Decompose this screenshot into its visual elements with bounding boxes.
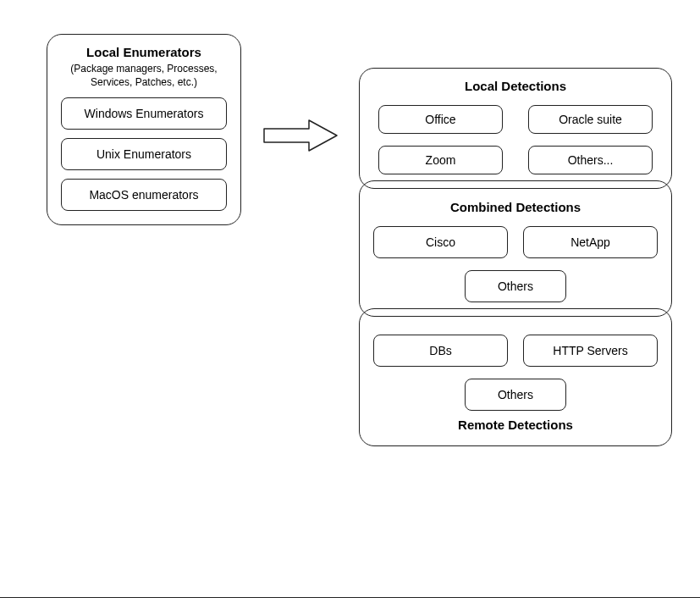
diagram-canvas: Local Enumerators (Package managers, Pro… xyxy=(0,0,700,603)
local-enumerators-subtitle: (Package managers, Processes, Services, … xyxy=(61,63,227,89)
local-enumerators-panel: Local Enumerators (Package managers, Pro… xyxy=(47,34,241,225)
remote-det-http-servers: HTTP Servers xyxy=(523,335,658,367)
combined-det-cisco: Cisco xyxy=(373,226,508,258)
combined-det-netapp: NetApp xyxy=(523,226,658,258)
arrow-icon xyxy=(262,119,339,152)
local-det-office: Office xyxy=(378,105,503,134)
combined-detections-title: Combined Detections xyxy=(373,200,658,214)
footer-rule xyxy=(0,597,700,598)
remote-detections-title: Remote Detections xyxy=(373,418,658,432)
local-det-zoom: Zoom xyxy=(378,146,503,174)
remote-detections-panel: DBs HTTP Servers Others Remote Detection… xyxy=(359,308,672,446)
combined-det-others: Others xyxy=(465,270,566,302)
local-det-oracle: Oracle suite xyxy=(528,105,653,134)
remote-det-others: Others xyxy=(465,379,566,411)
enumerator-windows: Windows Enumerators xyxy=(61,97,227,130)
enumerator-macos: MacOS enumerators xyxy=(61,179,227,211)
enumerator-unix: Unix Enumerators xyxy=(61,138,227,170)
local-detections-title: Local Detections xyxy=(373,79,658,93)
detections-stack: Local Detections Office Oracle suite Zoo… xyxy=(359,68,672,446)
remote-det-dbs: DBs xyxy=(373,335,508,367)
combined-detections-panel: Combined Detections Cisco NetApp Others xyxy=(359,180,672,317)
local-enumerators-title: Local Enumerators xyxy=(61,45,227,59)
local-det-others: Others... xyxy=(528,146,653,174)
local-detections-panel: Local Detections Office Oracle suite Zoo… xyxy=(359,68,672,189)
